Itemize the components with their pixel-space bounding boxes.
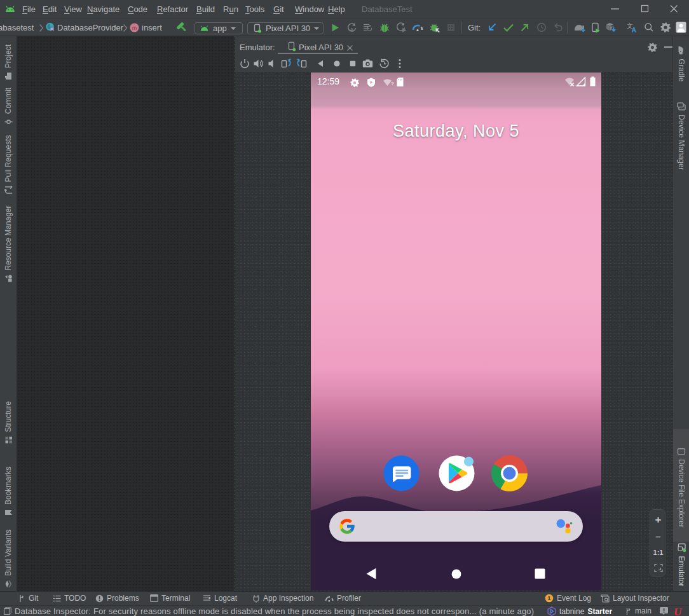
- svg-text:1: 1: [547, 594, 551, 601]
- svg-text:A: A: [632, 26, 637, 34]
- svg-text:?: ?: [391, 81, 394, 86]
- svg-text:m: m: [132, 25, 137, 31]
- svg-text:A: A: [350, 27, 354, 32]
